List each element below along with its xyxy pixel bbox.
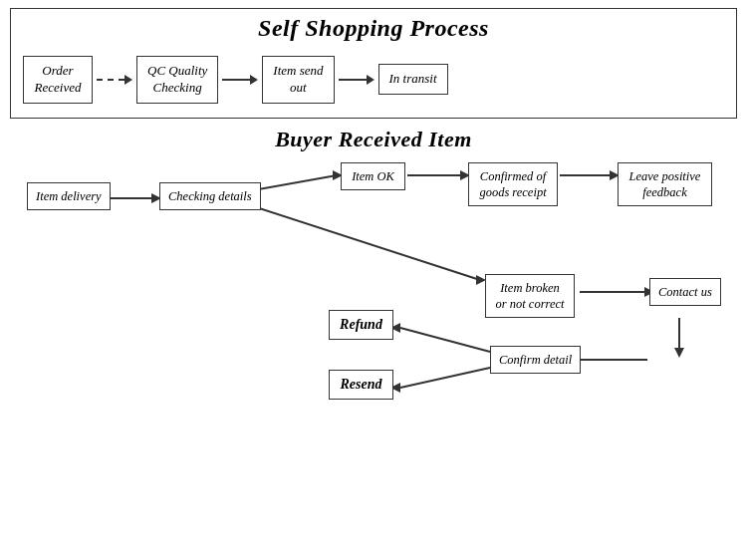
box-contact-us: Contact us [649, 278, 721, 306]
page: Self Shopping Process OrderReceived QC Q… [0, 0, 747, 560]
box-checking-details: Checking details [159, 182, 261, 210]
section-self-shopping: Self Shopping Process OrderReceived QC Q… [10, 8, 737, 119]
section2-title: Buyer Received Item [22, 127, 725, 152]
box-item-ok: Item OK [341, 162, 405, 190]
section1-title: Self Shopping Process [23, 15, 724, 42]
box-qc-quality: QC QualityChecking [136, 56, 218, 104]
box-refund: Refund [329, 310, 393, 340]
svg-line-18 [400, 368, 490, 388]
arrow-1 [222, 75, 258, 85]
box-leave-positive: Leave positivefeedback [618, 162, 712, 207]
svg-marker-13 [674, 348, 684, 358]
box-resend: Resend [329, 370, 393, 400]
box-item-send-out: Item sendout [262, 56, 334, 104]
box-confirm-detail: Confirm detail [490, 346, 581, 374]
section-buyer-received: Buyer Received Item [10, 127, 737, 467]
flow-row-1: OrderReceived QC QualityChecking Item se… [23, 52, 724, 108]
buyer-flow-diagram: Item delivery Checking details Item OK C… [22, 160, 725, 459]
box-order-received: OrderReceived [23, 56, 93, 104]
box-in-transit: In transit [378, 64, 448, 95]
svg-line-2 [253, 175, 337, 190]
arrow-2 [339, 75, 374, 85]
box-item-broken: Item brokenor not correct [485, 274, 575, 319]
box-item-delivery: Item delivery [27, 182, 111, 210]
svg-line-16 [400, 328, 490, 352]
svg-line-4 [253, 206, 480, 280]
box-confirmed-goods: Confirmed ofgoods receipt [468, 162, 558, 207]
